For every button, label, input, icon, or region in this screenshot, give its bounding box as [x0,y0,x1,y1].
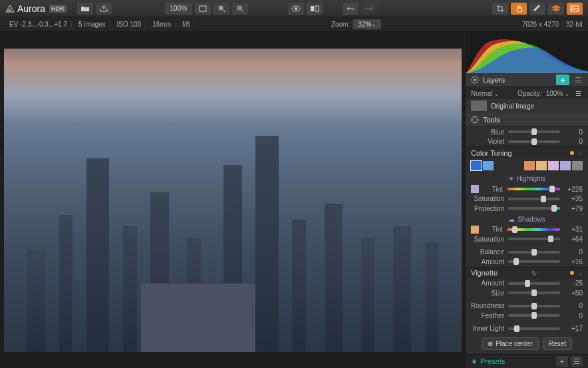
svg-point-13 [474,79,476,81]
aperture-info: f/8 [178,21,194,28]
svg-rect-9 [315,6,319,11]
reset-icon[interactable]: ↻ [531,270,537,277]
active-dot-icon [570,271,574,275]
zoom-label: Zoom: [331,21,350,28]
highlights-saturation-slider[interactable]: Saturation +35 [466,194,588,204]
chevron-down-icon: ⌄ [578,270,583,276]
crop-button[interactable] [492,3,508,15]
violet-slider[interactable]: Violet 0 [466,137,588,147]
highlights-protection-slider[interactable]: Protection +79 [466,204,588,214]
tint-swatch [471,226,479,234]
opacity-label: Opacity: [517,90,542,97]
focal-info: 16mm [148,21,176,28]
toning-swatches [466,158,588,173]
svg-point-7 [295,7,297,10]
add-layer-button[interactable]: + [556,75,569,85]
images-count: 5 images [74,21,110,28]
bitdepth-info: 32-bit [566,21,583,28]
cloud-icon: ☁ [508,216,515,223]
zoom-in-button[interactable] [214,3,229,15]
brush-button[interactable] [529,3,545,15]
layer-menu-button[interactable]: ☰ [573,76,583,85]
zoom-out-button[interactable] [232,3,248,15]
tools-title: Tools [483,116,500,124]
layer-name: Original Image [491,102,534,110]
app-logo: Aurora HDR [5,3,67,14]
iso-info: ISO 100 [113,21,146,28]
preview-button[interactable] [288,3,304,15]
app-name: Aurora [17,3,45,14]
compare-button[interactable] [307,3,323,15]
color-toning-header[interactable]: Color Toning ⌄ [466,146,588,158]
swatch-5[interactable] [548,161,559,170]
highlights-subheader: ☀ Highlights [466,173,588,184]
tools-icon [471,116,479,124]
chevron-down-icon: ⌄ [578,150,583,156]
vignette-feather-slider[interactable]: Feather 0 [466,311,588,321]
swatch-6[interactable] [560,161,571,170]
layer-thumbnail [471,100,487,111]
open-button[interactable] [77,3,93,15]
fit-button[interactable] [195,3,211,15]
target-icon: ⊕ [488,340,493,347]
layers-icon [471,76,479,84]
vignette-size-slider[interactable]: Size +50 [466,288,588,298]
image-button[interactable] [567,3,583,15]
vignette-header[interactable]: Vignette ↻ ⌄ [466,267,588,279]
amount-slider[interactable]: Amount +16 [466,257,588,267]
layer-options-button[interactable]: ☰ [573,90,583,97]
export-button[interactable] [96,3,112,15]
zoom-dropdown[interactable]: 32% ⌄ [353,19,381,29]
shadows-tint-slider[interactable]: Tint +31 [466,225,588,235]
svg-rect-3 [200,6,206,11]
swatch-1[interactable] [471,161,482,170]
swatch-4[interactable] [536,161,547,170]
swatch-3[interactable] [524,161,535,170]
canvas-area[interactable] [0,32,466,368]
redo-button[interactable] [361,3,377,15]
opacity-value[interactable]: 100% ⌄ [546,90,569,97]
presets-button[interactable]: ★ Presets [471,357,505,366]
dimensions-info: 7026 x 4270 [518,21,563,28]
hand-button[interactable] [511,3,527,15]
layer-item-original[interactable]: Original Image [466,99,588,113]
app-badge: HDR [49,5,67,13]
blend-mode-select[interactable]: Normal ⌄ [471,90,499,97]
active-dot-icon [570,151,574,155]
highlights-tint-slider[interactable]: Tint +226 [466,184,588,194]
shadows-subheader: ☁ Shadows [466,214,588,225]
footer-menu-button[interactable]: ☰ [571,356,583,367]
star-icon: ★ [471,357,478,366]
histogram[interactable] [466,32,588,73]
photo-preview [4,49,462,352]
swatch-7[interactable] [572,161,583,170]
layers-button[interactable] [548,3,564,15]
vignette-amount-slider[interactable]: Amount -25 [466,279,588,289]
footer-add-button[interactable]: + [556,356,568,367]
zoom-100-button[interactable]: 100% [165,3,193,15]
svg-rect-10 [571,6,579,11]
shadows-saturation-slider[interactable]: Saturation +64 [466,234,588,244]
vignette-roundness-slider[interactable]: Roundness 0 [466,301,588,311]
sun-icon: ☀ [508,175,514,182]
place-center-button[interactable]: ⊕Place center [482,337,539,350]
svg-rect-8 [311,6,314,11]
tint-swatch [471,185,479,193]
reset-button[interactable]: Reset [543,337,572,350]
layers-title: Layers [483,76,505,84]
balance-slider[interactable]: Balance 0 [466,248,588,258]
blue-slider[interactable]: Blue 0 [466,127,588,137]
ev-info: EV -2.3...-0.3...+1.7 [5,21,72,28]
vignette-innerlight-slider[interactable]: Inner Light +17 [466,323,588,333]
swatch-2[interactable] [483,161,494,170]
undo-button[interactable] [343,3,359,15]
